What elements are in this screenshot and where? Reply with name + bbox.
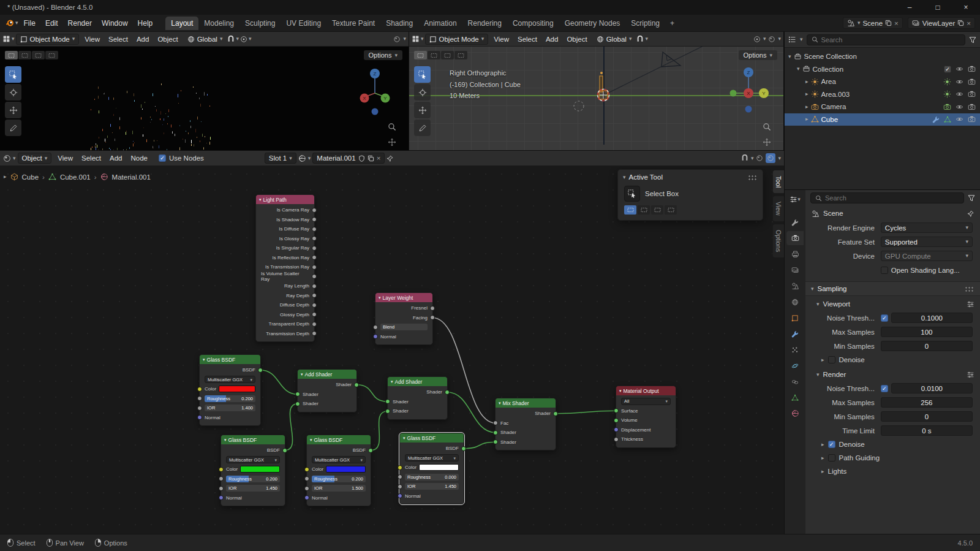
multiscatter-ggx-dropdown[interactable]: Multiscatter GGX▾ (405, 454, 459, 462)
view-layer-selector[interactable]: ViewLayer × (908, 17, 975, 29)
snap-magnet-icon[interactable] (227, 36, 235, 43)
select-mode-button[interactable] (665, 205, 677, 215)
multiscatter-ggx-dropdown[interactable]: Multiscatter GGX▾ (312, 456, 366, 463)
outliner-search[interactable] (807, 34, 965, 45)
thickness-socket[interactable] (614, 437, 619, 442)
viewport-menu-add[interactable]: Add (132, 34, 153, 44)
min-samples-field[interactable]: 0 (881, 411, 973, 422)
bsdf-socket[interactable] (258, 368, 263, 373)
shader-socket[interactable] (493, 439, 498, 444)
blender-logo-icon[interactable] (5, 19, 15, 27)
workspace-tab-rendering[interactable]: Rendering (462, 17, 507, 30)
annotate-tool-button[interactable] (5, 120, 21, 136)
node-link[interactable] (447, 392, 496, 433)
shader-type-dropdown[interactable]: Object ▾ (18, 153, 52, 164)
bsdf-socket[interactable] (461, 446, 466, 451)
viewport-wireframe[interactable]: ▾ Object Mode ▾ ViewSelectAddObject Glob… (409, 32, 784, 150)
section-sampling[interactable]: ▾Sampling (805, 281, 980, 296)
noise-thresh--field[interactable]: 0.0100 (891, 383, 973, 393)
is-glossy-ray-socket[interactable] (312, 236, 317, 241)
color-swatch[interactable] (419, 464, 459, 471)
roughness-slider[interactable]: Roughness0.200 (312, 476, 366, 482)
shader-socket[interactable] (295, 392, 300, 397)
is-transmission-ray-socket[interactable] (312, 265, 317, 270)
node-link[interactable] (356, 385, 388, 402)
new-view-layer-icon[interactable] (957, 20, 964, 26)
properties-tab-wrench[interactable] (786, 327, 804, 341)
displacement-socket[interactable] (614, 427, 619, 432)
normal-socket[interactable] (304, 495, 309, 500)
overlays-icon[interactable] (768, 36, 775, 43)
color-swatch[interactable] (240, 466, 280, 473)
camera-icon[interactable] (968, 65, 976, 73)
surface-socket[interactable] (614, 408, 619, 413)
editor-type-3d-icon[interactable] (2, 35, 10, 43)
remove-view-layer-icon[interactable]: × (967, 20, 971, 27)
multiscatter-ggx-dropdown[interactable]: Multiscatter GGX▾ (226, 456, 280, 463)
pin-icon[interactable] (386, 155, 393, 162)
shader-menu-add[interactable]: Add (105, 153, 126, 163)
navigation-gizmo[interactable]: Z X Y (728, 65, 769, 120)
ior-socket[interactable] (398, 484, 402, 489)
select-mode-button[interactable] (32, 51, 45, 59)
overlays-icon[interactable] (393, 36, 401, 43)
color-swatch[interactable] (219, 386, 255, 392)
proportional-edit-icon[interactable] (240, 36, 247, 43)
node-graph-canvas[interactable]: ▸Cube›Cube.001›Material.001 ▾ Active Too… (0, 166, 784, 534)
outliner-row-scene-collection[interactable]: ▾Scene Collection (785, 50, 980, 63)
shader-socket[interactable] (385, 399, 390, 404)
pin-icon[interactable] (967, 210, 974, 217)
properties-tab-scene[interactable] (786, 279, 804, 293)
outliner-row-cube[interactable]: ▸Cube (785, 113, 980, 126)
volume-socket[interactable] (614, 418, 619, 423)
lightdata-icon[interactable] (943, 78, 951, 86)
panel-denoise[interactable]: ▸Denoise (805, 353, 980, 367)
properties-search[interactable] (810, 192, 964, 203)
fake-user-shield-icon[interactable] (358, 155, 365, 162)
meshdata-icon[interactable] (944, 116, 951, 123)
max-samples-field[interactable]: 256 (881, 397, 973, 408)
shader-menu-select[interactable]: Select (77, 153, 105, 163)
noise-thresh--field[interactable]: 0.1000 (891, 313, 973, 323)
panel-lights[interactable]: ▸Lights (805, 465, 980, 478)
maximize-button[interactable]: □ (924, 0, 952, 15)
is-singular-ray-socket[interactable] (312, 246, 317, 251)
menu-render[interactable]: Render (63, 17, 97, 29)
shader-menu-node[interactable]: Node (126, 153, 152, 163)
active-tool-header[interactable]: ▾ Active Tool (618, 170, 763, 184)
workspace-tab-compositing[interactable]: Compositing (507, 17, 559, 30)
node-header[interactable]: ▾Light Path (256, 195, 314, 204)
ray-depth-socket[interactable] (312, 293, 317, 298)
is-shadow-ray-socket[interactable] (312, 217, 317, 222)
unlink-material-icon[interactable]: × (377, 154, 381, 162)
outliner-row-camera[interactable]: ▸Camera (785, 101, 980, 113)
node-link[interactable] (285, 404, 298, 450)
color-socket[interactable] (304, 467, 309, 472)
is-reflection-ray-socket[interactable] (312, 255, 317, 260)
sidebar-tab-options[interactable]: Options (772, 224, 784, 258)
transmission-depth-socket[interactable] (312, 331, 317, 336)
node-header[interactable]: ▾Glass BSDF (221, 435, 285, 444)
roughness-socket[interactable] (398, 474, 402, 479)
outliner-row-collection[interactable]: ▾Collection✓ (785, 63, 980, 76)
camera-icon[interactable] (968, 78, 976, 86)
chevron-right-icon[interactable]: ▸ (805, 116, 809, 122)
cursor-tool-button[interactable] (414, 84, 431, 101)
node-header[interactable]: ▾Add Shader (298, 370, 356, 379)
tool-options-button[interactable]: Options ▾ (364, 50, 402, 60)
workspace-tab-geometry-nodes[interactable]: Geometry Nodes (559, 17, 626, 30)
presets-icon[interactable] (967, 371, 974, 379)
eye-icon[interactable] (956, 103, 963, 111)
select-mode-button[interactable] (638, 205, 650, 215)
shader-socket[interactable] (354, 382, 359, 387)
normal-socket[interactable] (219, 495, 224, 500)
wrench-icon[interactable] (932, 116, 940, 123)
editor-type-properties-icon[interactable]: ▾ (787, 192, 803, 206)
shader-socket[interactable] (493, 430, 498, 435)
select-mode-button[interactable] (414, 51, 427, 59)
open-shading-lang--checkbox[interactable] (881, 267, 888, 274)
ior-slider[interactable]: IOR1.450 (226, 485, 280, 492)
denoise-checkbox[interactable] (828, 356, 835, 363)
chevron-down-icon[interactable]: ▾ (788, 54, 791, 59)
proportional-edit-icon[interactable] (753, 36, 761, 43)
